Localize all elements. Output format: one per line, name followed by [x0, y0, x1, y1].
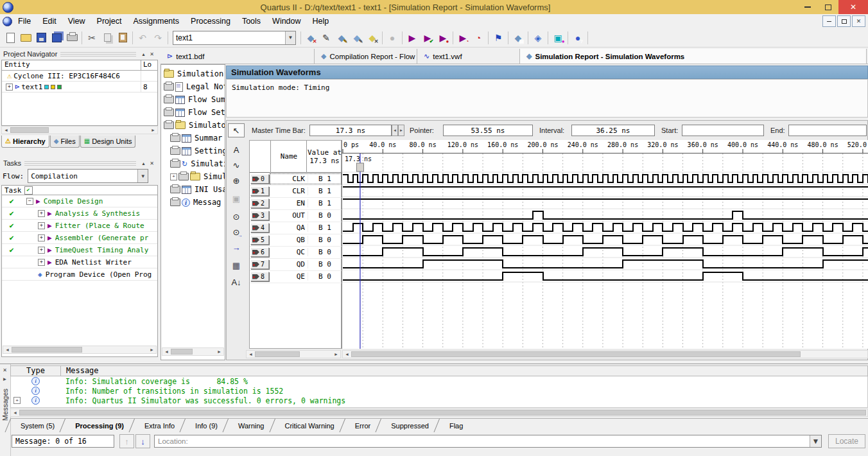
undo-button[interactable]: ↶	[135, 30, 150, 46]
report-tree-item-summar[interactable]: Summar	[170, 132, 225, 145]
message-row[interactable]: iInfo: Simulation coverage is 84.85 %	[11, 376, 867, 386]
tasks-hscrollbar[interactable]: ◄ ►	[3, 346, 157, 354]
waveform-trace-qd[interactable]	[343, 260, 868, 268]
signal-row-en[interactable]: 2ENB 1	[250, 197, 342, 210]
print-button[interactable]	[64, 30, 80, 46]
message-column-header[interactable]: Message	[61, 366, 867, 376]
flow-combobox[interactable]: Compilation ▼	[28, 169, 148, 183]
scroll-right-icon[interactable]: ►	[215, 348, 223, 355]
scroll-right-icon[interactable]: ►	[148, 346, 156, 353]
start-analysis-synthesis-button[interactable]: ▶✔	[420, 30, 435, 46]
project-navigator-hscrollbar[interactable]: ◄ ►	[1, 126, 158, 134]
location-combobox[interactable]: Location: ▼	[154, 435, 822, 448]
time-cursor-handle[interactable]	[356, 163, 363, 171]
signal-handle-button[interactable]: 0	[250, 174, 269, 184]
scroll-thumb[interactable]	[19, 410, 866, 416]
expand-icon[interactable]: +	[170, 173, 177, 180]
close-panel-button[interactable]: ✕	[148, 50, 156, 58]
close-messages-button[interactable]: ✕	[1, 366, 9, 374]
navigator-tab-files[interactable]: ◆Files	[50, 136, 80, 148]
messages-tab-suppressed[interactable]: Suppressed	[381, 419, 439, 432]
assignment-editor-button[interactable]: ◆✕	[303, 30, 318, 46]
expand-icon[interactable]: +	[38, 210, 45, 217]
mdi-close-button[interactable]: ✕	[852, 15, 865, 27]
duplicate-tool-button[interactable]: ▣	[228, 191, 245, 206]
menu-file[interactable]: File	[12, 14, 37, 28]
task-row[interactable]: ◈Program Device (Open Prog	[2, 268, 157, 281]
waveform-trace-qa[interactable]	[343, 224, 868, 231]
copy-button[interactable]	[100, 30, 115, 46]
collapse-panel-button[interactable]: ▴	[139, 50, 148, 58]
task-row[interactable]: +▶EDA Netlist Writer	[2, 256, 157, 268]
report-tree-item-flow-settin[interactable]: Flow Settin	[164, 106, 225, 119]
help-button[interactable]: ●?	[570, 30, 586, 46]
redo-button[interactable]: ↷	[150, 30, 166, 46]
messages-hscrollbar[interactable]: ◄	[10, 408, 868, 417]
signal-handle-button[interactable]: 7	[250, 259, 269, 269]
messages-tab-extra-info[interactable]: Extra Info	[134, 419, 185, 432]
report-tree-item-messag[interactable]: iMessag	[170, 196, 225, 209]
messages-tab-critical-warning[interactable]: Critical Warning	[275, 419, 345, 432]
panel-grip[interactable]	[60, 52, 136, 57]
scroll-thumb[interactable]	[12, 347, 82, 353]
report-tree-hscrollbar[interactable]: ◄ ►	[162, 347, 224, 356]
expand-icon[interactable]: +	[38, 247, 45, 254]
document-tab-text1-bdf[interactable]: ⊳text1.bdf	[161, 49, 315, 64]
waveform-trace-out[interactable]	[343, 211, 868, 219]
signal-row-clk[interactable]: 0CLKB 1	[250, 173, 342, 186]
report-tree-item-simulati[interactable]: ↻Simulati	[170, 157, 225, 170]
signal-row-qb[interactable]: 5QBB 0	[250, 234, 342, 247]
restore-button[interactable]	[818, 0, 838, 14]
waveform-trace-clk[interactable]	[343, 175, 868, 182]
task-column-header[interactable]: Task	[4, 186, 22, 195]
signal-row-out[interactable]: 3OUTB 0	[250, 209, 342, 222]
waveform-trace-qc[interactable]	[343, 248, 868, 256]
find-next-tool-button[interactable]: ⊙→	[228, 225, 245, 239]
signal-row-clr[interactable]: 1CLRB 1	[250, 185, 342, 198]
signal-handle-button[interactable]: 4	[250, 223, 269, 232]
messages-tab-processing-9-[interactable]: Processing (9)	[65, 419, 134, 432]
menu-window[interactable]: Window	[266, 14, 306, 28]
scroll-thumb[interactable]	[10, 127, 49, 133]
compilation-report-button[interactable]: ◆▤	[510, 30, 526, 46]
signal-handle-button[interactable]: 5	[250, 235, 269, 245]
minimize-button[interactable]	[797, 0, 818, 14]
programmer-button[interactable]: ◈	[530, 30, 546, 46]
signal-table-hscrollbar[interactable]: ◄ ►	[246, 350, 341, 358]
previous-message-button[interactable]: ↑	[119, 434, 134, 448]
signal-handle-button[interactable]: 6	[250, 247, 269, 257]
text-tool-button[interactable]: A	[228, 143, 245, 157]
scroll-thumb[interactable]	[171, 349, 193, 355]
menu-project[interactable]: Project	[91, 14, 128, 28]
signal-handle-button[interactable]: 8	[250, 272, 269, 281]
mdi-restore-button[interactable]	[837, 15, 851, 27]
master-time-bar-value[interactable]: 17.3 ns	[309, 125, 392, 136]
expand-icon[interactable]: +	[38, 259, 45, 266]
snap-tool-button[interactable]: ▦	[228, 258, 245, 272]
message-row[interactable]: +iInfo: Quartus II Simulator was success…	[11, 396, 867, 405]
report-tree-item-simulati[interactable]: +Simulati	[170, 170, 225, 183]
signal-row-qa[interactable]: 4QAB 1	[250, 222, 342, 234]
document-tab-simulation-report-simulation-waveforms[interactable]: ◆Simulation Report - Simulation Waveform…	[520, 49, 867, 64]
report-tree-item-legal-notic[interactable]: Legal Notic	[164, 80, 225, 93]
type-column-header[interactable]: Type	[11, 366, 61, 376]
hierarchy-row[interactable]: +⊳text18	[2, 82, 157, 92]
task-row[interactable]: ✔+▶Analysis & Synthesis	[2, 207, 157, 220]
scroll-left-icon[interactable]: ◄	[343, 351, 351, 358]
find-tool-button[interactable]: ⊙	[228, 209, 245, 224]
signal-row-qc[interactable]: 6QCB 0	[250, 246, 342, 259]
task-row[interactable]: ✔−▶Compile Design	[2, 195, 157, 207]
chip-planner-button[interactable]: ▣●	[550, 30, 566, 46]
new-file-button[interactable]	[3, 30, 18, 46]
waveform-canvas[interactable]: 0 ps40.0 ns80.0 ns120.0 ns160.0 ns200.0 …	[342, 140, 868, 349]
menu-assignments[interactable]: Assignments	[127, 14, 185, 28]
paste-button[interactable]	[115, 30, 130, 46]
task-row[interactable]: ✔+▶TimeQuest Timing Analy	[2, 244, 157, 256]
signal-handle-button[interactable]: 1	[250, 186, 269, 196]
close-panel-button[interactable]: ✕	[148, 159, 156, 167]
goto-tool-button[interactable]: →	[228, 240, 245, 254]
timequest-analyzer-button[interactable]: ◔	[471, 30, 486, 46]
collapse-panel-button[interactable]: ▴	[139, 159, 148, 167]
stop-processing-button[interactable]: ●	[385, 30, 400, 46]
expand-icon[interactable]: +	[38, 234, 45, 241]
